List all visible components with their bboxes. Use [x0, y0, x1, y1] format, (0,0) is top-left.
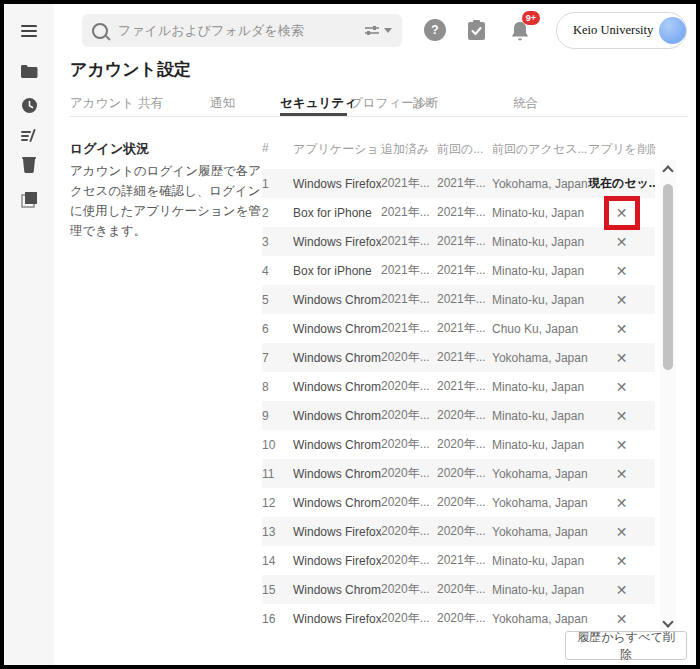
app-name: Box for iPhone — [293, 264, 381, 278]
avatar[interactable] — [659, 17, 686, 44]
help-button[interactable]: ? — [424, 19, 446, 41]
previous-date: 2021年... — [437, 233, 492, 250]
delete-all-history-button[interactable]: 履歴からすべて削除 — [565, 631, 687, 660]
row-number: 1 — [262, 177, 293, 191]
tab-security[interactable]: セキュリティ — [280, 95, 357, 112]
tab-integrations[interactable]: 統合 — [513, 95, 538, 112]
access-location: Minato-ku, Japan — [492, 235, 588, 249]
scrollbar-thumb[interactable] — [663, 184, 673, 370]
row-number: 16 — [262, 612, 293, 626]
table-row: 3Windows Firefox2021年...2021年...Minato-k… — [262, 227, 655, 256]
delete-app-icon[interactable]: ✕ — [612, 204, 632, 222]
added-date: 2021年... — [381, 175, 437, 192]
row-number: 4 — [262, 264, 293, 278]
action-cell: ✕ — [588, 523, 655, 541]
access-location: Minato-ku, Japan — [492, 438, 588, 452]
delete-app-icon[interactable]: ✕ — [612, 610, 632, 626]
app-name: Windows Firefox — [293, 525, 381, 539]
account-menu[interactable]: Keio University — [556, 12, 687, 49]
folder-icon[interactable] — [4, 64, 54, 79]
row-number: 5 — [262, 293, 293, 307]
header-number: # — [262, 141, 293, 158]
page-title: アカウント設定 — [70, 58, 191, 81]
added-date: 2021年... — [381, 320, 437, 337]
previous-date: 2021年... — [437, 378, 492, 395]
previous-date: 2020年... — [437, 436, 492, 453]
collections-icon[interactable] — [4, 190, 54, 209]
delete-app-icon[interactable]: ✕ — [612, 291, 632, 309]
added-date: 2020年... — [381, 523, 437, 540]
added-date: 2020年... — [381, 407, 437, 424]
delete-app-icon[interactable]: ✕ — [612, 349, 632, 367]
header-previous-access[interactable]: 前回のアクセス... — [492, 141, 588, 158]
added-date: 2020年... — [381, 552, 437, 569]
tab-notifications[interactable]: 通知 — [210, 95, 235, 112]
search-bar[interactable]: ファイルおよびフォルダを検索 — [82, 14, 402, 47]
header-delete-app: アプリを削除 — [588, 141, 655, 158]
delete-app-icon[interactable]: ✕ — [612, 320, 632, 338]
delete-app-icon[interactable]: ✕ — [612, 262, 632, 280]
previous-date: 2020年... — [437, 581, 492, 598]
recents-clock-icon[interactable] — [4, 97, 54, 114]
delete-app-icon[interactable]: ✕ — [612, 523, 632, 541]
table-scrollbar[interactable] — [660, 160, 676, 630]
app-name: Windows Firefox — [293, 235, 381, 249]
delete-app-icon[interactable]: ✕ — [612, 233, 632, 251]
table-rows: 1Windows Firefox2021年...2021年...Yokohama… — [262, 169, 655, 625]
added-date: 2020年... — [381, 465, 437, 482]
added-date: 2021年... — [381, 291, 437, 308]
app-name: Windows Chrome — [293, 293, 381, 307]
row-number: 2 — [262, 206, 293, 220]
table-row: 15Windows Chrome2020年...2020年...Minato-k… — [262, 575, 655, 604]
access-location: Yokohama, Japan — [492, 467, 588, 481]
delete-app-icon[interactable]: ✕ — [612, 581, 632, 599]
delete-app-icon[interactable]: ✕ — [612, 378, 632, 396]
delete-app-icon[interactable]: ✕ — [612, 494, 632, 512]
added-date: 2021年... — [381, 204, 437, 221]
previous-date: 2021年... — [437, 291, 492, 308]
table-row: 13Windows Firefox2020年...2020年...Yokoham… — [262, 517, 655, 546]
access-location: Yokohama, Japan — [492, 525, 588, 539]
previous-date: 2020年... — [437, 610, 492, 625]
row-number: 6 — [262, 322, 293, 336]
action-cell: ✕ — [588, 349, 655, 367]
trash-icon[interactable] — [4, 156, 54, 173]
delete-app-icon[interactable]: ✕ — [612, 552, 632, 570]
scroll-down-icon[interactable] — [664, 618, 672, 626]
search-filter-button[interactable] — [364, 24, 392, 37]
access-location: Yokohama, Japan — [492, 496, 588, 510]
previous-date: 2021年... — [437, 204, 492, 221]
row-number: 12 — [262, 496, 293, 510]
action-cell: ✕ — [588, 465, 655, 483]
tab-sharing[interactable]: 共有 — [138, 95, 163, 112]
access-location: Minato-ku, Japan — [492, 409, 588, 423]
access-location: Yokohama, Japan — [492, 351, 588, 365]
row-number: 11 — [262, 467, 293, 481]
sliders-icon — [364, 24, 380, 37]
delete-app-icon[interactable]: ✕ — [612, 407, 632, 425]
added-date: 2020年... — [381, 378, 437, 395]
row-number: 10 — [262, 438, 293, 452]
hamburger-icon — [21, 22, 37, 40]
app-name: Windows Firefox — [293, 177, 381, 191]
action-cell: ✕ — [588, 610, 655, 626]
action-cell: ✕ — [588, 494, 655, 512]
search-input[interactable]: ファイルおよびフォルダを検索 — [118, 22, 364, 40]
notes-icon[interactable] — [4, 128, 54, 144]
table-row: 8Windows Chrome2020年...2021年...Minato-ku… — [262, 372, 655, 401]
tasks-icon[interactable] — [467, 19, 486, 41]
tab-account[interactable]: アカウント — [70, 95, 134, 112]
added-date: 2020年... — [381, 581, 437, 598]
app-name: Windows Firefox — [293, 612, 381, 626]
row-number: 3 — [262, 235, 293, 249]
menu-icon[interactable] — [4, 22, 54, 40]
delete-app-icon[interactable]: ✕ — [612, 436, 632, 454]
scroll-up-icon[interactable] — [664, 164, 672, 172]
added-date: 2020年... — [381, 610, 437, 625]
delete-app-icon[interactable]: ✕ — [612, 465, 632, 483]
tab-diagnostics[interactable]: 診断 — [413, 95, 438, 112]
header-added[interactable]: 追加済み — [381, 141, 437, 158]
access-location: Yokohama, Japan — [492, 612, 588, 626]
header-application[interactable]: アプリケーション — [293, 141, 381, 158]
header-previous[interactable]: 前回の... — [437, 141, 492, 158]
